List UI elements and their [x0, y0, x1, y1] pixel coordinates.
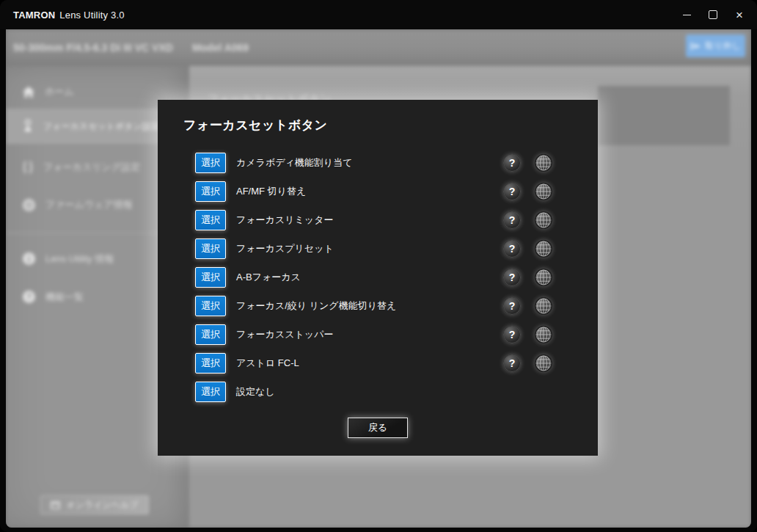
lens-model: Model A069: [192, 42, 249, 54]
web-icon[interactable]: [535, 183, 552, 200]
content-placeholder-panel: [598, 86, 730, 145]
focus-ring-icon: [22, 160, 34, 175]
web-icon[interactable]: [535, 269, 552, 286]
select-button[interactable]: 選択: [195, 353, 226, 374]
minimize-icon: [683, 15, 691, 15]
row-label: カメラボディ機能割り当て: [236, 156, 352, 170]
function-row: 選択 フォーカスストッパー ?: [158, 320, 598, 349]
row-label: AF/MF 切り替え: [236, 185, 306, 198]
sidebar-item-label: フォーカスリング設定: [43, 161, 140, 174]
focus-set-button-dialog: フォーカスセットボタン 選択 カメラボディ機能割り当て ?: [158, 100, 598, 456]
sidebar-item-label: ファームウェア情報: [45, 198, 133, 211]
disconnect-label: 取り外し: [705, 40, 741, 52]
online-help-button[interactable]: オンラインヘルプ: [40, 495, 149, 514]
close-icon: ×: [736, 9, 743, 21]
app-window: TAMRONLens Utility 3.0 × 50-300mm F/4.5-…: [0, 0, 757, 532]
eject-left-icon: [690, 42, 701, 51]
focus-set-button-icon: [22, 119, 34, 134]
function-list-icon: ?: [22, 290, 36, 304]
brand-name: TAMRON: [13, 10, 55, 21]
help-icon[interactable]: ?: [503, 326, 521, 343]
sidebar-item-label: ホーム: [45, 85, 74, 98]
function-row: 選択 設定なし: [158, 377, 598, 406]
sidebar-item-label: Lens Utility 情報: [45, 252, 114, 266]
titlebar: TAMRONLens Utility 3.0 ×: [0, 0, 757, 29]
close-button[interactable]: ×: [726, 0, 753, 29]
help-icon[interactable]: ?: [503, 154, 521, 172]
function-row: 選択 AF/MF 切り替え ?: [158, 177, 598, 205]
external-window-icon: [51, 501, 60, 509]
app-title: TAMRONLens Utility 3.0: [13, 10, 125, 21]
info-icon: [22, 252, 36, 266]
web-icon[interactable]: [535, 240, 552, 258]
help-icon[interactable]: ?: [503, 269, 521, 286]
row-label: A-Bフォーカス: [236, 271, 301, 284]
function-row: 選択 フォーカスリミッター ?: [158, 205, 598, 234]
maximize-icon: [709, 10, 717, 19]
function-row: 選択 A-Bフォーカス ?: [158, 263, 598, 291]
sidebar-item-label: 機能一覧: [45, 291, 84, 304]
svg-text:?: ?: [26, 292, 32, 301]
function-row: 選択 アストロ FC-L ?: [158, 349, 598, 377]
disconnect-button[interactable]: 取り外し: [686, 34, 745, 57]
row-label: フォーカスプリセット: [236, 242, 334, 255]
web-icon[interactable]: [535, 326, 552, 343]
function-list: 選択 カメラボディ機能割り当て ?: [158, 148, 598, 406]
select-button[interactable]: 選択: [195, 296, 226, 316]
select-button[interactable]: 選択: [195, 153, 226, 173]
select-button[interactable]: 選択: [195, 238, 226, 259]
help-icon[interactable]: ?: [503, 211, 521, 229]
select-button[interactable]: 選択: [195, 267, 226, 288]
minimize-button[interactable]: [673, 0, 700, 29]
back-button[interactable]: 戻る: [348, 418, 408, 438]
web-icon[interactable]: [535, 297, 552, 315]
firmware-icon: [22, 198, 36, 212]
row-label: アストロ FC-L: [236, 357, 299, 370]
help-icon[interactable]: ?: [503, 240, 521, 258]
lens-name: 50-300mm F/4.5-6.3 Di III VC VXD: [13, 42, 173, 54]
web-icon[interactable]: [535, 154, 552, 172]
app-title-text: Lens Utility 3.0: [59, 10, 124, 21]
select-button[interactable]: 選択: [195, 181, 226, 202]
maximize-button[interactable]: [700, 0, 726, 29]
sidebar-item-label: フォーカスセットボタン設定: [43, 120, 160, 133]
select-button[interactable]: 選択: [195, 324, 226, 345]
lens-header: 50-300mm F/4.5-6.3 Di III VC VXD Model A…: [6, 29, 751, 66]
row-label: フォーカスストッパー: [236, 328, 333, 341]
function-row: 選択 フォーカスプリセット ?: [158, 234, 598, 263]
web-icon[interactable]: [535, 211, 552, 229]
help-icon[interactable]: ?: [503, 354, 521, 372]
select-button[interactable]: 選択: [195, 382, 226, 402]
function-row: 選択 フォーカス/絞り リング機能切り替え ?: [158, 291, 598, 320]
row-label: 設定なし: [236, 385, 275, 398]
home-icon: [22, 86, 35, 98]
help-icon[interactable]: ?: [503, 183, 521, 200]
row-label: フォーカス/絞り リング機能切り替え: [236, 299, 396, 313]
function-row: 選択 カメラボディ機能割り当て ?: [158, 148, 598, 177]
online-help-label: オンラインヘルプ: [66, 499, 138, 511]
dialog-title: フォーカスセットボタン: [183, 117, 327, 134]
help-icon[interactable]: ?: [503, 297, 521, 315]
select-button[interactable]: 選択: [195, 210, 226, 230]
web-icon[interactable]: [535, 354, 552, 372]
row-label: フォーカスリミッター: [236, 214, 333, 227]
window-controls: ×: [673, 0, 753, 29]
